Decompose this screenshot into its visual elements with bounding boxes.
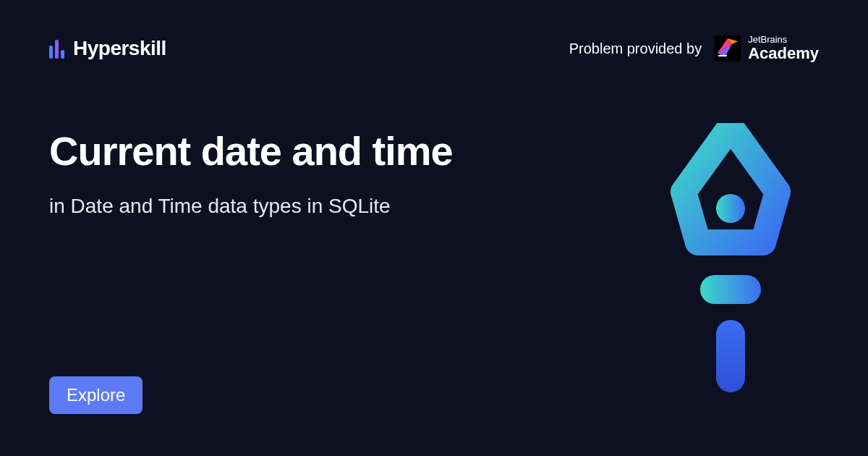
academy-name: Academy bbox=[748, 45, 819, 62]
page-subtitle: in Date and Time data types in SQLite bbox=[49, 195, 453, 218]
jetbrains-academy-logo: JetBrains Academy bbox=[715, 35, 819, 62]
svg-rect-6 bbox=[716, 320, 745, 392]
text-content: Current date and time in Date and Time d… bbox=[49, 127, 453, 218]
svg-rect-5 bbox=[700, 275, 761, 304]
hyperskill-logo: Hyperskill bbox=[49, 37, 166, 60]
explore-button[interactable]: Explore bbox=[49, 376, 142, 414]
svg-point-4 bbox=[716, 194, 745, 223]
academy-text: JetBrains Academy bbox=[748, 35, 819, 62]
provider-block: Problem provided by JetBrains Academy bbox=[569, 35, 819, 62]
jetbrains-icon bbox=[715, 35, 741, 62]
hyperskill-icon bbox=[49, 38, 64, 59]
pen-nib-icon bbox=[665, 123, 796, 398]
svg-rect-3 bbox=[718, 55, 727, 56]
brand-name: Hyperskill bbox=[73, 37, 166, 60]
provider-label: Problem provided by bbox=[569, 41, 702, 57]
header: Hyperskill Problem provided by JetBrains… bbox=[0, 0, 868, 62]
academy-prefix: JetBrains bbox=[748, 35, 819, 45]
page-title: Current date and time bbox=[49, 127, 453, 174]
